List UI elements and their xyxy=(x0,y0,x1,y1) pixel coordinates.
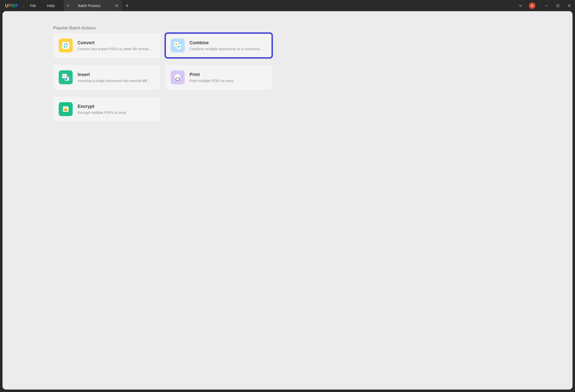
menu-help[interactable]: Help xyxy=(42,0,60,11)
encrypt-icon xyxy=(59,102,73,116)
print-icon xyxy=(171,70,185,84)
content-area: Popular Batch Actions Convert Convert an… xyxy=(2,11,573,390)
svg-point-12 xyxy=(180,77,181,77)
user-avatar[interactable]: B xyxy=(529,2,535,9)
tab-strip: Batch Process xyxy=(64,0,515,11)
logo-letter-p: P xyxy=(8,3,12,8)
logo-letter-d: D xyxy=(12,3,15,8)
card-combine[interactable]: Combine Combine multiple documents to a … xyxy=(165,33,272,58)
card-convert[interactable]: Convert Convert and export PDFs to other… xyxy=(53,33,160,58)
avatar-initial: B xyxy=(531,4,533,8)
svg-rect-7 xyxy=(63,76,64,76)
titlebar-right-separator xyxy=(539,3,540,8)
tab-close-icon[interactable] xyxy=(115,4,118,7)
batch-actions-grid: Convert Convert and export PDFs to other… xyxy=(53,33,272,122)
section-title: Popular Batch Actions xyxy=(53,26,96,30)
titlebar-dropdown-button[interactable] xyxy=(515,0,526,11)
menu-file[interactable]: File xyxy=(25,0,42,11)
titlebar: U P D F File Help Batch Process B xyxy=(0,0,575,11)
svg-rect-8 xyxy=(176,74,180,76)
card-combine-title: Combine xyxy=(190,40,264,45)
card-encrypt-desc: Encrypt multiple PDFs at once. xyxy=(78,111,127,115)
svg-point-11 xyxy=(179,77,180,77)
combine-icon xyxy=(171,39,185,52)
card-insert-title: Insert xyxy=(78,72,152,77)
card-convert-desc: Convert and export PDFs to other file fo… xyxy=(78,47,152,51)
svg-rect-14 xyxy=(64,109,67,111)
card-print[interactable]: Print Print multiple PDFs at once. xyxy=(165,65,272,90)
card-insert-desc: Inserting a single document into several… xyxy=(78,79,152,83)
app-logo: U P D F xyxy=(0,3,22,8)
window-close-button[interactable] xyxy=(564,0,575,11)
tab-batch-process[interactable]: Batch Process xyxy=(64,0,122,11)
card-encrypt[interactable]: Encrypt Encrypt multiple PDFs at once. xyxy=(53,97,160,122)
window-maximize-button[interactable] xyxy=(552,0,564,11)
new-tab-button[interactable] xyxy=(122,0,132,11)
tab-dropdown-icon[interactable] xyxy=(67,4,70,7)
svg-rect-6 xyxy=(63,75,65,75)
card-print-title: Print xyxy=(190,72,234,77)
card-convert-title: Convert xyxy=(78,40,152,45)
svg-rect-1 xyxy=(62,42,69,49)
titlebar-separator xyxy=(23,3,24,8)
titlebar-right: B xyxy=(515,0,575,11)
convert-icon xyxy=(59,39,73,52)
card-encrypt-title: Encrypt xyxy=(78,104,127,109)
insert-icon xyxy=(59,70,73,84)
logo-letter-f: F xyxy=(15,3,18,8)
card-combine-desc: Combine multiple documents to a continuo… xyxy=(190,47,264,51)
card-print-desc: Print multiple PDFs at once. xyxy=(190,79,234,83)
window-minimize-button[interactable] xyxy=(541,0,552,11)
card-insert[interactable]: Insert Inserting a single document into … xyxy=(53,65,160,90)
svg-rect-0 xyxy=(557,4,559,7)
tab-label: Batch Process xyxy=(78,4,108,8)
svg-rect-10 xyxy=(176,78,179,80)
logo-letter-u: U xyxy=(5,3,8,8)
